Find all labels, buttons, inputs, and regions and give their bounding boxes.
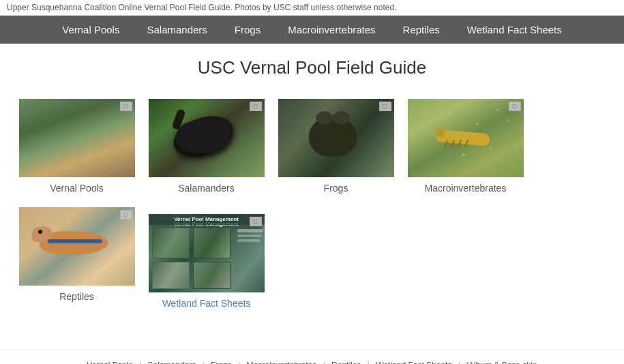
footer-link-jalbum[interactable]: jAlbum [466,361,492,364]
footer-link-wetland[interactable]: Wetland Fact Sheets [376,361,451,364]
gallery-label-macroinvertebrates: Macroinvertebrates [408,183,524,194]
gallery-item-macroinvertebrates[interactable]: □ Macroinvertebrates [408,99,524,194]
gallery-label-vernal-pools: Vernal Pools [19,183,135,194]
corner-icon-salamanders: □ [250,102,262,111]
top-info-bar: Upper Susquehanna Coalition Online Verna… [0,0,624,16]
thumbnail-frogs: □ [278,99,394,177]
footer-sep-4: | [323,361,325,364]
footer-sep-6: | [458,361,460,364]
gallery-item-reptiles[interactable]: □ Reptiles [19,207,135,309]
footer-amp: & [494,361,499,364]
main-content: USC Vernal Pool Field Guide □ Vernal Poo… [5,44,619,336]
thumbnail-wetland-fact-sheets: Vernal Pool Management [149,214,265,292]
footer-link-frogs[interactable]: Frogs [211,361,232,364]
thumbnail-vernal-pools: □ [19,99,135,177]
footer-link-reptiles[interactable]: Reptiles [331,361,361,364]
thumbnail-salamanders: □ [149,99,265,177]
footer: Vernal Pools | Salamanders | Frogs | Mac… [0,350,624,364]
corner-icon-macroinvertebrates: □ [509,102,521,111]
gallery-item-salamanders[interactable]: □ Salamanders [149,99,265,194]
gallery-label-reptiles: Reptiles [19,291,135,302]
nav-reptiles[interactable]: Reptiles [389,16,454,44]
corner-icon-vernal-pools: □ [120,102,132,111]
footer-sep-5: | [368,361,370,364]
nav-wetland-fact-sheets[interactable]: Wetland Fact Sheets [454,16,576,44]
gallery-label-salamanders: Salamanders [149,183,265,194]
thumbnail-macroinvertebrates: □ [408,99,524,177]
corner-icon-frogs: □ [379,102,391,111]
footer-sep-2: | [203,361,205,364]
footer-sep-3: | [238,361,240,364]
corner-icon-wetland-fact-sheets: □ [250,217,262,226]
top-info-text: Upper Susquehanna Coalition Online Verna… [7,3,396,12]
page-title: USC Vernal Pool Field Guide [12,57,612,78]
thumbnail-reptiles: □ [19,207,135,286]
footer-link-macroinvertebrates[interactable]: Macroinvertebrates [247,361,317,364]
nav-salamanders[interactable]: Salamanders [133,16,220,44]
main-nav: Vernal Pools Salamanders Frogs Macroinve… [0,16,624,44]
nav-macroinvertebrates[interactable]: Macroinvertebrates [274,16,389,44]
nav-frogs[interactable]: Frogs [221,16,274,44]
gallery-label-wetland-fact-sheets: Wetland Fact Sheets [149,298,265,309]
footer-sep-1: | [139,361,141,364]
gallery-grid: □ Vernal Pools □ Salamanders [12,99,612,322]
footer-link-base-skin[interactable]: Base skin [502,361,537,364]
corner-icon-reptiles: □ [120,210,132,219]
gallery-label-frogs: Frogs [278,183,394,194]
gallery-item-wetland-fact-sheets[interactable]: Vernal Pool Management [149,214,265,309]
footer-link-vernal-pools[interactable]: Vernal Pools [87,361,132,364]
nav-vernal-pools[interactable]: Vernal Pools [48,16,133,44]
gallery-item-vernal-pools[interactable]: □ Vernal Pools [19,99,135,194]
footer-link-salamanders[interactable]: Salamanders [148,361,196,364]
gallery-item-frogs[interactable]: □ Frogs [278,99,394,194]
